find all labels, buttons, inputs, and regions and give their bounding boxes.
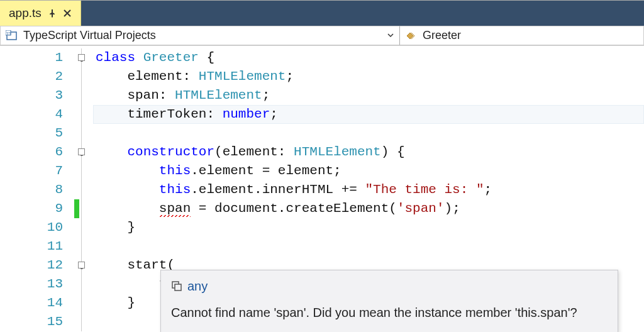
tooltip-message: Cannot find name 'span'. Did you mean th…: [171, 303, 608, 322]
line-number: 10: [0, 218, 63, 237]
fold-cell: [74, 86, 93, 105]
fold-cell: [74, 162, 93, 180]
fold-toggle[interactable]: [78, 54, 85, 61]
symbol-scope-label: Greeter: [423, 29, 461, 42]
line-number: 8: [0, 180, 63, 199]
line-number-gutter: 123456789101112131415: [0, 46, 74, 332]
line-number: 7: [0, 162, 63, 180]
code-line[interactable]: span = document.createElement('span');: [93, 199, 644, 218]
chevron-down-icon: [387, 29, 394, 42]
line-number: 2: [0, 67, 63, 86]
fold-toggle[interactable]: [78, 262, 85, 268]
code-line[interactable]: class Greeter {: [93, 48, 644, 67]
fold-toggle[interactable]: [78, 148, 85, 155]
pin-icon[interactable]: [48, 9, 57, 18]
typescript-project-icon: TS: [6, 30, 18, 42]
code-editor[interactable]: 123456789101112131415 class Greeter { el…: [0, 46, 644, 332]
line-number: 14: [0, 294, 63, 313]
line-number: 12: [0, 256, 63, 275]
code-line[interactable]: this.element = element;: [93, 162, 644, 180]
code-line[interactable]: span: HTMLElement;: [93, 86, 644, 105]
fold-cell: [74, 256, 93, 275]
line-number: 6: [0, 143, 63, 162]
change-marker: [74, 199, 79, 218]
code-line[interactable]: constructor(element: HTMLElement) {: [93, 143, 644, 162]
line-number: 15: [0, 313, 63, 331]
error-tooltip: any Cannot find name 'span'. Did you mea…: [160, 270, 618, 332]
fold-cell: [74, 180, 93, 199]
project-scope-dropdown[interactable]: TS TypeScript Virtual Projects: [0, 26, 399, 45]
symbol-scope-dropdown[interactable]: Greeter: [399, 26, 644, 45]
fold-cell: [74, 143, 93, 162]
line-number: 3: [0, 86, 63, 105]
code-line[interactable]: this.element.innerHTML += "The time is: …: [93, 180, 644, 199]
code-line[interactable]: element: HTMLElement;: [93, 67, 644, 86]
fold-cell: [74, 124, 93, 143]
class-icon: [405, 30, 418, 42]
line-number: 4: [0, 105, 63, 124]
close-icon[interactable]: [63, 9, 72, 18]
svg-text:TS: TS: [6, 31, 11, 36]
fold-cell: [74, 294, 93, 313]
fold-cell: [74, 67, 93, 86]
line-number: 1: [0, 48, 63, 67]
code-line[interactable]: [93, 237, 644, 256]
fold-cell: [74, 48, 93, 67]
svg-rect-4: [175, 284, 181, 290]
tab-strip: app.ts: [0, 1, 644, 26]
fold-cell: [74, 237, 93, 256]
line-number: 13: [0, 275, 63, 294]
code-line[interactable]: timerToken: number;: [93, 105, 644, 124]
fold-cell: [74, 313, 93, 331]
navigation-bar: TS TypeScript Virtual Projects Greeter: [0, 26, 644, 46]
fold-cell: [74, 105, 93, 124]
tab-title: app.ts: [9, 6, 42, 20]
project-scope-label: TypeScript Virtual Projects: [23, 29, 156, 42]
line-number: 9: [0, 199, 63, 218]
fold-cell: [74, 218, 93, 237]
file-tab-active[interactable]: app.ts: [0, 1, 81, 26]
tooltip-kind: any: [187, 277, 208, 296]
line-number: 5: [0, 124, 63, 143]
code-line[interactable]: [93, 124, 644, 143]
line-number: 11: [0, 237, 63, 256]
fold-cell: [74, 275, 93, 294]
fold-column: [74, 46, 93, 332]
code-line[interactable]: }: [93, 218, 644, 237]
stack-icon: [171, 280, 182, 292]
